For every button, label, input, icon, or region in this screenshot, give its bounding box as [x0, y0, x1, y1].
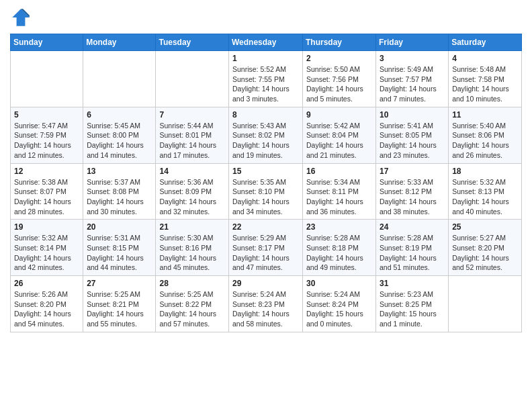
day-info: Sunrise: 5:36 AM Sunset: 8:09 PM Dayligh… [159, 177, 225, 217]
day-info: Sunrise: 5:26 AM Sunset: 8:20 PM Dayligh… [14, 289, 79, 329]
day-info: Sunrise: 5:30 AM Sunset: 8:16 PM Dayligh… [159, 233, 225, 273]
day-of-week-saturday: Saturday [449, 34, 522, 51]
day-info: Sunrise: 5:33 AM Sunset: 8:12 PM Dayligh… [380, 177, 445, 217]
day-info: Sunrise: 5:41 AM Sunset: 8:05 PM Dayligh… [380, 121, 445, 161]
day-number: 11 [452, 110, 518, 120]
calendar-week-3: 12Sunrise: 5:38 AM Sunset: 8:07 PM Dayli… [11, 163, 522, 220]
day-number: 17 [380, 167, 445, 176]
day-number: 25 [452, 222, 518, 232]
calendar-week-1: 1Sunrise: 5:52 AM Sunset: 7:55 PM Daylig… [11, 51, 522, 107]
day-info: Sunrise: 5:28 AM Sunset: 8:19 PM Dayligh… [380, 233, 445, 273]
day-info: Sunrise: 5:25 AM Sunset: 8:21 PM Dayligh… [87, 289, 152, 329]
calendar-cell: 5Sunrise: 5:47 AM Sunset: 7:59 PM Daylig… [11, 107, 83, 163]
page-header [10, 7, 522, 28]
day-number: 10 [380, 110, 445, 120]
day-number: 6 [87, 110, 152, 120]
calendar-cell: 28Sunrise: 5:25 AM Sunset: 8:22 PM Dayli… [156, 276, 229, 332]
day-of-week-wednesday: Wednesday [229, 34, 303, 51]
calendar-cell: 10Sunrise: 5:41 AM Sunset: 8:05 PM Dayli… [376, 107, 449, 163]
logo [10, 7, 34, 28]
day-info: Sunrise: 5:49 AM Sunset: 7:57 PM Dayligh… [380, 64, 445, 104]
calendar-cell: 23Sunrise: 5:28 AM Sunset: 8:18 PM Dayli… [303, 220, 376, 276]
day-info: Sunrise: 5:50 AM Sunset: 7:56 PM Dayligh… [306, 64, 372, 104]
day-info: Sunrise: 5:29 AM Sunset: 8:17 PM Dayligh… [232, 233, 299, 273]
calendar-cell: 13Sunrise: 5:37 AM Sunset: 8:08 PM Dayli… [83, 163, 156, 220]
day-info: Sunrise: 5:52 AM Sunset: 7:55 PM Dayligh… [232, 64, 299, 104]
day-number: 23 [306, 222, 372, 232]
calendar-cell [156, 51, 229, 107]
day-number: 29 [232, 279, 299, 288]
day-number: 18 [452, 167, 518, 176]
calendar-cell: 18Sunrise: 5:32 AM Sunset: 8:13 PM Dayli… [449, 163, 522, 220]
calendar-cell: 31Sunrise: 5:23 AM Sunset: 8:25 PM Dayli… [376, 276, 449, 332]
day-number: 2 [306, 54, 372, 63]
calendar-week-2: 5Sunrise: 5:47 AM Sunset: 7:59 PM Daylig… [11, 107, 522, 163]
day-info: Sunrise: 5:34 AM Sunset: 8:11 PM Dayligh… [306, 177, 372, 217]
calendar-cell: 25Sunrise: 5:27 AM Sunset: 8:20 PM Dayli… [449, 220, 522, 276]
calendar-cell [83, 51, 156, 107]
calendar-week-5: 26Sunrise: 5:26 AM Sunset: 8:20 PM Dayli… [11, 276, 522, 332]
day-info: Sunrise: 5:32 AM Sunset: 8:13 PM Dayligh… [452, 177, 518, 217]
day-number: 22 [232, 222, 299, 232]
day-number: 1 [232, 54, 299, 63]
day-of-week-friday: Friday [376, 34, 449, 51]
day-info: Sunrise: 5:38 AM Sunset: 8:07 PM Dayligh… [14, 177, 79, 217]
day-number: 24 [380, 222, 445, 232]
day-of-week-thursday: Thursday [303, 34, 376, 51]
calendar-cell [449, 276, 522, 332]
day-number: 26 [14, 279, 79, 288]
calendar-cell [11, 51, 83, 107]
day-number: 19 [14, 222, 79, 232]
day-number: 14 [159, 167, 225, 176]
calendar-cell: 19Sunrise: 5:32 AM Sunset: 8:14 PM Dayli… [11, 220, 83, 276]
calendar-cell: 24Sunrise: 5:28 AM Sunset: 8:19 PM Dayli… [376, 220, 449, 276]
calendar-cell: 7Sunrise: 5:44 AM Sunset: 8:01 PM Daylig… [156, 107, 229, 163]
day-number: 21 [159, 222, 225, 232]
calendar-cell: 12Sunrise: 5:38 AM Sunset: 8:07 PM Dayli… [11, 163, 83, 220]
day-info: Sunrise: 5:35 AM Sunset: 8:10 PM Dayligh… [232, 177, 299, 217]
day-number: 7 [159, 110, 225, 120]
day-info: Sunrise: 5:27 AM Sunset: 8:20 PM Dayligh… [452, 233, 518, 273]
calendar-cell: 8Sunrise: 5:43 AM Sunset: 8:02 PM Daylig… [229, 107, 303, 163]
svg-marker-0 [12, 9, 30, 26]
calendar-cell: 6Sunrise: 5:45 AM Sunset: 8:00 PM Daylig… [83, 107, 156, 163]
calendar-cell: 27Sunrise: 5:25 AM Sunset: 8:21 PM Dayli… [83, 276, 156, 332]
day-of-week-monday: Monday [83, 34, 156, 51]
day-number: 8 [232, 110, 299, 120]
day-info: Sunrise: 5:32 AM Sunset: 8:14 PM Dayligh… [14, 233, 79, 273]
day-info: Sunrise: 5:48 AM Sunset: 7:58 PM Dayligh… [452, 64, 518, 104]
calendar-cell: 2Sunrise: 5:50 AM Sunset: 7:56 PM Daylig… [303, 51, 376, 107]
day-info: Sunrise: 5:43 AM Sunset: 8:02 PM Dayligh… [232, 121, 299, 161]
day-info: Sunrise: 5:37 AM Sunset: 8:08 PM Dayligh… [87, 177, 152, 217]
calendar-cell: 4Sunrise: 5:48 AM Sunset: 7:58 PM Daylig… [449, 51, 522, 107]
day-info: Sunrise: 5:40 AM Sunset: 8:06 PM Dayligh… [452, 121, 518, 161]
day-info: Sunrise: 5:44 AM Sunset: 8:01 PM Dayligh… [159, 121, 225, 161]
calendar-cell: 15Sunrise: 5:35 AM Sunset: 8:10 PM Dayli… [229, 163, 303, 220]
day-number: 9 [306, 110, 372, 120]
calendar-cell: 17Sunrise: 5:33 AM Sunset: 8:12 PM Dayli… [376, 163, 449, 220]
calendar-cell: 9Sunrise: 5:42 AM Sunset: 8:04 PM Daylig… [303, 107, 376, 163]
day-info: Sunrise: 5:42 AM Sunset: 8:04 PM Dayligh… [306, 121, 372, 161]
logo-icon [10, 7, 32, 28]
day-number: 27 [87, 279, 152, 288]
calendar-table: SundayMondayTuesdayWednesdayThursdayFrid… [10, 34, 522, 332]
day-number: 16 [306, 167, 372, 176]
calendar-cell: 11Sunrise: 5:40 AM Sunset: 8:06 PM Dayli… [449, 107, 522, 163]
calendar-cell: 3Sunrise: 5:49 AM Sunset: 7:57 PM Daylig… [376, 51, 449, 107]
day-of-week-sunday: Sunday [11, 34, 83, 51]
day-number: 3 [380, 54, 445, 63]
day-number: 15 [232, 167, 299, 176]
day-info: Sunrise: 5:25 AM Sunset: 8:22 PM Dayligh… [159, 289, 225, 329]
day-of-week-tuesday: Tuesday [156, 34, 229, 51]
calendar-cell: 22Sunrise: 5:29 AM Sunset: 8:17 PM Dayli… [229, 220, 303, 276]
calendar-cell: 1Sunrise: 5:52 AM Sunset: 7:55 PM Daylig… [229, 51, 303, 107]
day-number: 20 [87, 222, 152, 232]
day-info: Sunrise: 5:45 AM Sunset: 8:00 PM Dayligh… [87, 121, 152, 161]
day-number: 5 [14, 110, 79, 120]
calendar-cell: 14Sunrise: 5:36 AM Sunset: 8:09 PM Dayli… [156, 163, 229, 220]
day-info: Sunrise: 5:24 AM Sunset: 8:23 PM Dayligh… [232, 289, 299, 329]
day-number: 28 [159, 279, 225, 288]
calendar-cell: 20Sunrise: 5:31 AM Sunset: 8:15 PM Dayli… [83, 220, 156, 276]
calendar-cell: 21Sunrise: 5:30 AM Sunset: 8:16 PM Dayli… [156, 220, 229, 276]
day-info: Sunrise: 5:24 AM Sunset: 8:24 PM Dayligh… [306, 289, 372, 329]
